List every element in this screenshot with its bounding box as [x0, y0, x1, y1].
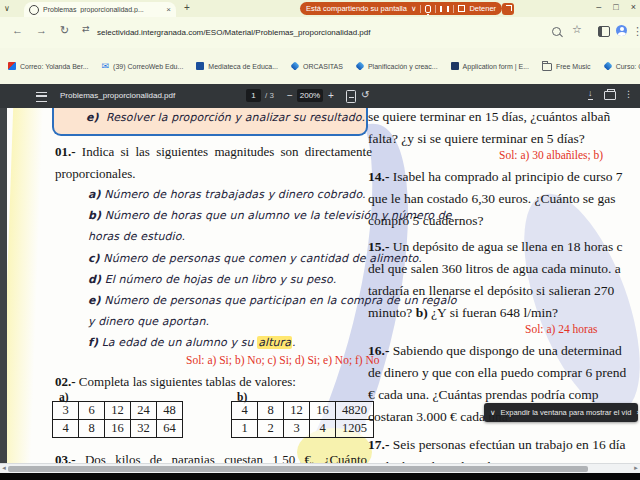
problem-15-line: 15.- Un depósito de agua se llena en 18 …: [368, 239, 623, 255]
divider: [453, 5, 454, 13]
side-panel-icon[interactable]: [598, 26, 610, 37]
solution-01: Sol: a) Si; b) No; c) Si; d) Si; e) No; …: [186, 354, 380, 366]
tab-search-chevron-icon[interactable]: ∨: [4, 4, 10, 13]
new-tab-button[interactable]: +: [184, 3, 190, 13]
bookmark-correo[interactable]: Correo: Yolanda Ber...: [8, 62, 89, 70]
problem-02-line: 02.- Completa las siguientes tablas de v…: [55, 374, 296, 390]
highlighted-word: altura: [257, 336, 292, 349]
table-row: 48163264: [53, 420, 183, 438]
pdf-title: Problemas_proporcionalidad.pdf: [60, 91, 175, 100]
browser-window: ∨ Problemas_proporcionalidad.p... × + Es…: [0, 0, 640, 480]
mail-icon: [8, 62, 16, 70]
item-e-cont: y dinero que aportan.: [88, 315, 209, 328]
scrollbar-thumb[interactable]: [8, 466, 588, 472]
tooltip-label: Expandir la ventana para mostrar el víd: [501, 408, 632, 417]
browser-tab[interactable]: Problemas_proporcionalidad.p... ×: [24, 2, 176, 17]
url-text[interactable]: selectividad.intergranada.com/ESO/Materi…: [97, 28, 370, 37]
problem-16-line: 16.- Sabiendo que dispongo de una determ…: [368, 343, 622, 359]
zoom-in-button[interactable]: +: [328, 90, 334, 101]
mediateca-icon: [196, 62, 204, 70]
back-button[interactable]: ←: [12, 24, 23, 36]
browser-menu-icon[interactable]: ⋮: [632, 25, 640, 38]
problem-17-line: 17.- Seis personas efectúan un trabajo e…: [368, 437, 626, 453]
pdf-more-icon[interactable]: ⋮: [624, 89, 633, 99]
solution-15: Sol: a) 24 horas: [525, 323, 598, 335]
download-icon[interactable]: ↓: [588, 89, 593, 100]
divider: [420, 5, 421, 13]
page-count: / 3: [265, 91, 274, 100]
envelope-icon: ✉: [102, 62, 110, 71]
right-col-line: falta? ¿y si se quiere terminar en 5 día…: [368, 131, 585, 147]
tab-strip: ∨ Problemas_proporcionalidad.p... × + Es…: [0, 0, 640, 17]
divider: [435, 5, 436, 13]
item-b-cont: horas de estudio.: [88, 230, 185, 243]
problem-14-line: compró 5 cuadernos?: [368, 213, 483, 229]
table-row: 4812164820: [232, 402, 374, 420]
expand-sharing-icon[interactable]: [502, 3, 514, 15]
expand-window-tooltip[interactable]: ∨ Expandir la ventana para mostrar el ví…: [484, 403, 638, 422]
screen-sharing-pill[interactable]: Está compartiendo su pantalla ∨ Detener: [300, 2, 502, 15]
scroll-left-icon[interactable]: ◄: [1, 465, 7, 471]
gem-icon: [355, 61, 364, 70]
maximize-button[interactable]: □: [613, 2, 618, 12]
tooltip-close-icon[interactable]: ×: [636, 408, 640, 417]
solution-13: Sol: a) 30 albañiles; b): [499, 149, 603, 161]
app-icon: [451, 62, 459, 70]
scroll-right-icon[interactable]: ►: [633, 465, 639, 471]
problem-01-line: proporcionales.: [55, 166, 136, 182]
table-a: 36122448 48163264: [52, 401, 183, 438]
rotate-icon[interactable]: ↺: [361, 89, 369, 100]
item-a: a) Número de horas trabajadas y dinero c…: [88, 188, 366, 201]
problem-14-line: que le han costado 6,30 euros. ¿Cuánto s…: [368, 191, 615, 207]
box-item-letter: e): [86, 111, 99, 124]
bookmarks-bar: Correo: Yolanda Ber... ✉(39) CorreoWeb E…: [0, 48, 640, 84]
pdf-favicon-icon: [29, 5, 39, 15]
table-b: 4812164820 12341205: [231, 401, 374, 438]
bookmark-orcasitas[interactable]: ORCASITAS: [291, 62, 343, 70]
close-window-button[interactable]: ×: [631, 2, 636, 12]
gem-icon: [603, 61, 612, 70]
sharing-label: Está compartiendo su pantalla: [306, 4, 407, 13]
problem-03-line: 03.- Dos kilos de naranjas cuestan 1,50 …: [55, 452, 367, 463]
problem-15-line: tardaría en llenarse el depósito si sali…: [368, 283, 614, 299]
address-bar: ← → ↻ ⇄ selectividad.intergranada.com/ES…: [0, 17, 640, 49]
forward-button[interactable]: →: [36, 24, 47, 36]
zoom-page-icon[interactable]: [552, 27, 561, 36]
folder-icon: [542, 63, 552, 71]
tab-close-icon[interactable]: ×: [166, 6, 171, 14]
problem-14-line: 14.- Isabel ha comprado al principio de …: [368, 169, 623, 185]
gem-icon: [290, 61, 299, 70]
zoom-out-button[interactable]: −: [287, 90, 293, 101]
stop-square-icon[interactable]: [458, 5, 465, 12]
fit-page-icon[interactable]: [346, 90, 356, 103]
bookmark-curso[interactable]: Curso: COMPETENC...: [604, 62, 640, 70]
stop-sharing-button[interactable]: Detener: [469, 4, 496, 13]
item-f: f) La edad de un alumno y su altura.: [88, 336, 296, 349]
tab-title: Problemas_proporcionalidad.p...: [43, 6, 166, 13]
bookmark-mediateca[interactable]: Mediateca de Educa...: [196, 62, 278, 70]
pdf-menu-icon[interactable]: [36, 92, 47, 102]
profile-avatar[interactable]: [616, 25, 627, 36]
problem-16-line: de dinero y que con ella puedo comprar 6…: [368, 365, 626, 381]
table-row: 12341205: [232, 420, 374, 438]
bookmark-planificacion[interactable]: Planificación y creac...: [356, 62, 438, 70]
pdf-toolbar: Problemas_proporcionalidad.pdf 1 / 3 − 2…: [0, 84, 640, 108]
bookmark-application[interactable]: Application form | E...: [451, 62, 529, 70]
sharing-chevron-icon[interactable]: ∨: [411, 4, 417, 13]
tooltip-chevron-icon[interactable]: ∨: [490, 408, 496, 417]
right-col-line: se quiere terminar en 15 días, ¿cuántos …: [368, 109, 610, 125]
reload-button[interactable]: ↻: [60, 24, 69, 37]
problem-16-line: € cada una. ¿Cuántas prendas podría comp: [368, 387, 599, 403]
microphone-icon[interactable]: [425, 5, 431, 13]
table-row: 36122448: [53, 402, 183, 420]
window-controls: – □ ×: [596, 2, 636, 12]
bookmark-star-icon[interactable]: ☆: [572, 23, 582, 36]
print-icon[interactable]: [604, 91, 616, 100]
zoom-level[interactable]: 200%: [297, 89, 323, 102]
pause-icon[interactable]: [440, 6, 449, 12]
page-number-input[interactable]: 1: [246, 89, 261, 102]
site-info-icon[interactable]: ⇄: [82, 24, 90, 34]
bookmark-correoweb[interactable]: ✉(39) CorreoWeb Edu...: [102, 62, 184, 71]
minimize-button[interactable]: –: [596, 2, 601, 12]
bookmark-freemusic[interactable]: Free Music: [542, 61, 591, 71]
